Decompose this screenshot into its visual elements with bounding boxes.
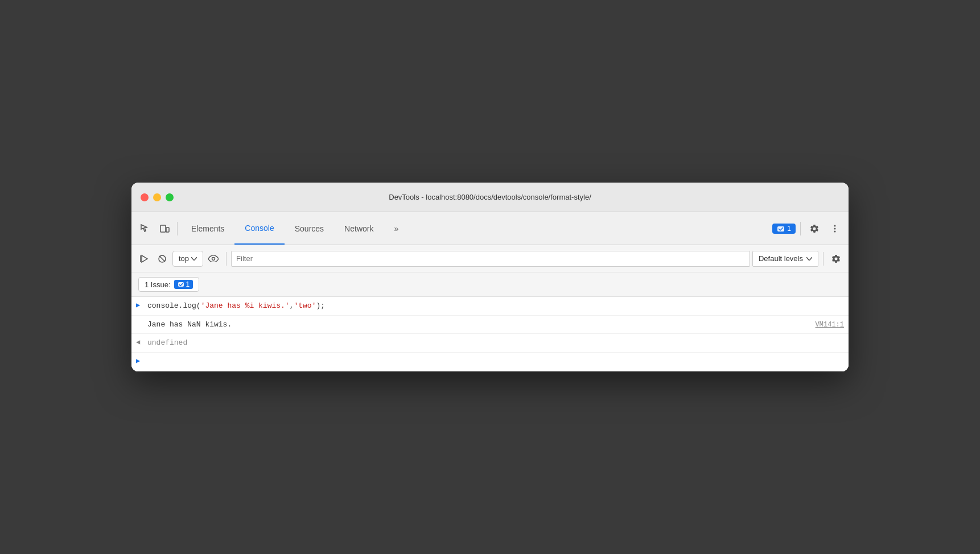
tab-elements[interactable]: Elements bbox=[181, 212, 234, 245]
svg-rect-0 bbox=[160, 225, 166, 232]
output-text: Jane has NaN kiwis. bbox=[147, 319, 816, 330]
window-title: DevTools - localhost:8080/docs/devtools/… bbox=[389, 193, 591, 201]
svg-point-4 bbox=[834, 228, 836, 229]
toolbar-right: 1 bbox=[772, 220, 844, 238]
close-button[interactable] bbox=[141, 193, 149, 201]
tab-console[interactable]: Console bbox=[234, 212, 284, 245]
svg-marker-6 bbox=[142, 255, 147, 262]
svg-point-10 bbox=[212, 257, 215, 260]
default-levels-selector[interactable]: Default levels bbox=[752, 251, 818, 267]
tab-sources[interactable]: Sources bbox=[285, 212, 334, 245]
console-undefined-line: ◀ undefined bbox=[131, 334, 849, 353]
issues-badge[interactable]: 1 bbox=[772, 224, 796, 234]
return-arrow: ◀ bbox=[136, 337, 144, 348]
svg-rect-1 bbox=[166, 228, 169, 232]
source-link[interactable]: VM141:1 bbox=[816, 320, 844, 330]
clear-icon[interactable] bbox=[154, 251, 170, 267]
toolbar-divider-1 bbox=[177, 222, 178, 235]
inspect-icon[interactable] bbox=[136, 220, 154, 238]
filter-input[interactable] bbox=[231, 251, 750, 267]
tab-bar: Elements Console Sources Network » bbox=[181, 212, 409, 245]
console-output-line: Jane has NaN kiwis. VM141:1 bbox=[131, 316, 849, 334]
input-chevron: ▶ bbox=[136, 356, 144, 366]
console-input-line[interactable]: ▶ bbox=[131, 353, 849, 371]
tab-more[interactable]: » bbox=[384, 212, 409, 245]
console-toolbar: top Default levels bbox=[131, 245, 849, 272]
console-log-line: ▶ console.log('Jane has %i kiwis.', 'two… bbox=[131, 297, 849, 316]
context-selector[interactable]: top bbox=[172, 251, 203, 267]
svg-point-3 bbox=[834, 225, 836, 226]
toolbar-divider-2 bbox=[800, 222, 801, 235]
issues-badge-inner: 1 bbox=[174, 280, 193, 289]
settings-icon[interactable] bbox=[805, 220, 823, 238]
title-bar: DevTools - localhost:8080/docs/devtools/… bbox=[131, 183, 849, 212]
expand-arrow[interactable]: ▶ bbox=[136, 300, 144, 311]
maximize-button[interactable] bbox=[166, 193, 174, 201]
console-settings-icon[interactable] bbox=[828, 251, 844, 267]
undefined-text: undefined bbox=[147, 337, 187, 349]
console-input[interactable] bbox=[147, 356, 844, 367]
minimize-button[interactable] bbox=[153, 193, 161, 201]
console-toolbar-divider-2 bbox=[823, 252, 823, 266]
devtools-window: DevTools - localhost:8080/docs/devtools/… bbox=[131, 183, 849, 371]
console-output: ▶ console.log('Jane has %i kiwis.', 'two… bbox=[131, 297, 849, 371]
issues-bar: 1 Issue: 1 bbox=[131, 272, 849, 297]
device-icon[interactable] bbox=[155, 220, 174, 238]
menu-icon[interactable] bbox=[826, 220, 844, 238]
svg-point-5 bbox=[834, 230, 836, 232]
issues-count-box[interactable]: 1 Issue: 1 bbox=[138, 277, 199, 292]
eye-icon[interactable] bbox=[205, 251, 221, 267]
console-toolbar-divider bbox=[226, 252, 227, 266]
main-toolbar: Elements Console Sources Network » bbox=[131, 212, 849, 245]
run-icon[interactable] bbox=[136, 251, 152, 267]
svg-line-9 bbox=[159, 256, 165, 262]
tab-network[interactable]: Network bbox=[334, 212, 384, 245]
svg-rect-11 bbox=[178, 282, 184, 287]
traffic-lights bbox=[141, 193, 174, 201]
